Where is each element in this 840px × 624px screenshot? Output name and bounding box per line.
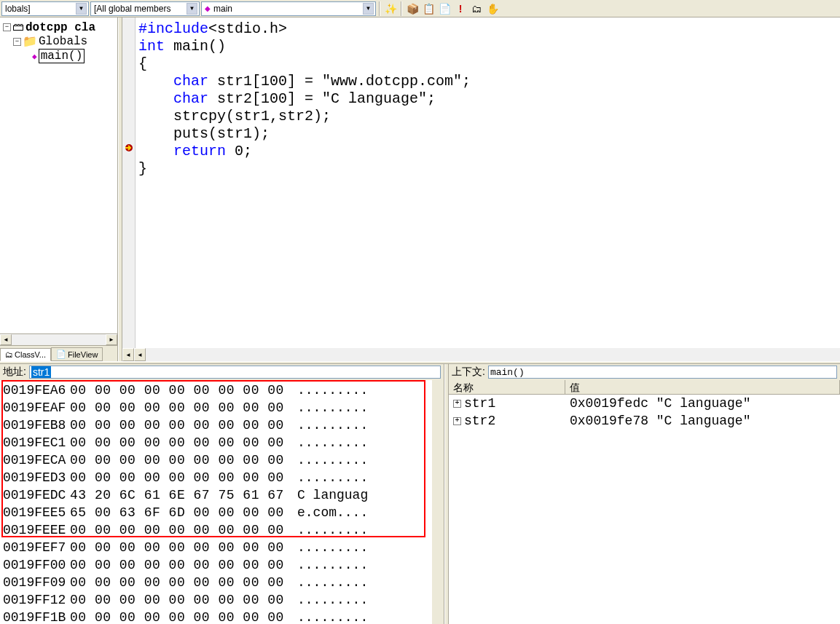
mem-addr: 0019FEC1 xyxy=(3,434,61,451)
memory-row[interactable]: 0019FF0000 00 00 00 00 00 00 00 00......… xyxy=(3,556,441,574)
mem-hex: 00 00 00 00 00 00 00 00 00 xyxy=(70,539,288,556)
mem-hex: 00 00 00 00 00 00 00 00 00 xyxy=(70,591,288,609)
memory-vscrollbar[interactable] xyxy=(432,380,444,624)
memory-row[interactable]: 0019FEE565 00 63 6F 6D 00 00 00 00e.com.… xyxy=(3,504,441,521)
scroll-track[interactable] xyxy=(146,348,840,361)
collapse-icon[interactable]: − xyxy=(13,38,21,46)
execution-pointer-icon xyxy=(124,143,134,153)
memory-row[interactable]: 0019FEDC43 20 6C 61 6E 67 75 61 67C lang… xyxy=(3,486,441,504)
tree-root[interactable]: − 🗃 dotcpp cla xyxy=(3,20,114,34)
watch-header: 名称 值 xyxy=(449,380,840,395)
wand-icon[interactable]: ✨ xyxy=(383,1,398,16)
memory-address-bar: 地址: str1 xyxy=(0,364,444,380)
scroll-right-icon[interactable]: ► xyxy=(106,334,117,345)
mem-ascii: ......... xyxy=(297,521,368,539)
memory-row[interactable]: 0019FF0900 00 00 00 00 00 00 00 00......… xyxy=(3,574,441,591)
memory-dump[interactable]: 0019FEA600 00 00 00 00 00 00 00 00......… xyxy=(0,380,444,624)
tree-root-label: dotcpp cla xyxy=(25,21,95,34)
watch-row[interactable]: +str10x0019fedc "C language" xyxy=(449,395,840,412)
mem-hex: 00 00 00 00 00 00 00 00 00 xyxy=(70,399,288,416)
address-input[interactable]: str1 xyxy=(29,366,441,379)
mem-hex: 00 00 00 00 00 00 00 00 00 xyxy=(70,469,288,486)
mem-hex: 43 20 6C 61 6E 67 75 61 67 xyxy=(70,486,288,504)
watch-grid: 名称 值 +str10x0019fedc "C language"+str20x… xyxy=(449,380,840,624)
address-value: str1 xyxy=(31,366,51,378)
members-dropdown[interactable]: [All global members ▼ xyxy=(90,1,200,16)
function-dropdown[interactable]: ◆ main ▼ xyxy=(201,1,376,16)
tree-main-label: main() xyxy=(39,49,85,63)
mem-addr: 0019FF1B xyxy=(3,609,61,624)
mem-hex: 00 00 00 00 00 00 00 00 00 xyxy=(70,574,288,591)
scroll-track[interactable] xyxy=(12,334,106,345)
scroll-left-icon[interactable]: ◄ xyxy=(122,348,134,361)
function-dropdown-value: ◆ main xyxy=(205,4,232,14)
mem-addr: 0019FEE5 xyxy=(3,504,61,521)
class-tree[interactable]: − 🗃 dotcpp cla − 📁 Globals ◆ main() xyxy=(0,17,117,333)
scroll-left-icon[interactable]: ◄ xyxy=(0,334,12,345)
memory-row[interactable]: 0019FEAF00 00 00 00 00 00 00 00 00......… xyxy=(3,399,441,416)
tree-globals-label: Globals xyxy=(39,35,87,48)
mem-ascii: ......... xyxy=(297,382,368,399)
dropdown-arrow-icon: ▼ xyxy=(76,3,87,15)
memory-row[interactable]: 0019FF1200 00 00 00 00 00 00 00 00......… xyxy=(3,591,441,609)
tool-icon-1[interactable]: 📦 xyxy=(405,1,420,16)
context-input[interactable] xyxy=(488,366,837,379)
mem-ascii: ......... xyxy=(297,591,368,609)
watch-var-name: +str2 xyxy=(449,414,565,428)
watch-row[interactable]: +str20x0019fe78 "C language" xyxy=(449,412,840,430)
mem-addr: 0019FEF7 xyxy=(3,539,61,556)
fileview-icon: 📄 xyxy=(56,349,66,359)
mem-addr: 0019FEA6 xyxy=(3,382,61,399)
diamond-icon: ◆ xyxy=(32,52,37,61)
header-value[interactable]: 值 xyxy=(565,380,840,394)
tool-icon-3[interactable]: 📄 xyxy=(437,1,452,16)
editor-hscrollbar[interactable]: ◄ ◄ xyxy=(122,348,840,361)
memory-row[interactable]: 0019FEA600 00 00 00 00 00 00 00 00......… xyxy=(3,382,441,399)
mem-ascii: e.com.... xyxy=(297,504,368,521)
expand-icon[interactable]: + xyxy=(453,417,461,425)
mem-addr: 0019FEDC xyxy=(3,486,61,504)
memory-row[interactable]: 0019FECA00 00 00 00 00 00 00 00 00......… xyxy=(3,451,441,469)
memory-row[interactable]: 0019FEEE00 00 00 00 00 00 00 00 00......… xyxy=(3,521,441,539)
expand-icon[interactable]: + xyxy=(453,400,461,408)
hand-icon[interactable]: ✋ xyxy=(485,1,500,16)
tab-fileview[interactable]: 📄 FileView xyxy=(51,347,103,361)
tool-icon-4[interactable]: 🗂 xyxy=(469,1,484,16)
code-content[interactable]: #include<stdio.h> int main() { char str1… xyxy=(122,17,840,178)
separator xyxy=(379,1,380,16)
address-label: 地址: xyxy=(3,366,26,379)
dropdown-arrow-icon: ▼ xyxy=(187,3,197,15)
mem-ascii: C languag xyxy=(297,486,368,504)
memory-row[interactable]: 0019FEC100 00 00 00 00 00 00 00 00......… xyxy=(3,434,441,451)
mem-addr: 0019FED3 xyxy=(3,469,61,486)
collapse-icon[interactable]: − xyxy=(3,23,11,31)
mem-hex: 00 00 00 00 00 00 00 00 00 xyxy=(70,556,288,574)
scope-dropdown[interactable]: lobals] ▼ xyxy=(1,1,89,16)
watch-var-value: 0x0019fe78 "C language" xyxy=(565,414,840,428)
code-editor[interactable]: #include<stdio.h> int main() { char str1… xyxy=(122,17,840,361)
tree-main[interactable]: ◆ main() xyxy=(32,49,114,63)
memory-row[interactable]: 0019FEF700 00 00 00 00 00 00 00 00......… xyxy=(3,539,441,556)
memory-row[interactable]: 0019FEB800 00 00 00 00 00 00 00 00......… xyxy=(3,416,441,434)
tab-classview[interactable]: 🗂 ClassV... xyxy=(0,348,51,361)
memory-row[interactable]: 0019FED300 00 00 00 00 00 00 00 00......… xyxy=(3,469,441,486)
tree-globals[interactable]: − 📁 Globals xyxy=(13,34,114,49)
header-name[interactable]: 名称 xyxy=(449,380,565,394)
exclamation-icon[interactable]: ! xyxy=(453,1,468,16)
mem-ascii: ......... xyxy=(297,451,368,469)
mem-addr: 0019FF09 xyxy=(3,574,61,591)
view-tabs: 🗂 ClassV... 📄 FileView xyxy=(0,345,117,361)
mem-ascii: ......... xyxy=(297,434,368,451)
class-view-pane: − 🗃 dotcpp cla − 📁 Globals ◆ main() ◄ ► … xyxy=(0,17,118,361)
tree-hscrollbar[interactable]: ◄ ► xyxy=(0,333,117,345)
editor-gutter xyxy=(122,17,136,348)
project-icon: 🗃 xyxy=(12,20,24,34)
classview-icon: 🗂 xyxy=(5,350,13,359)
tool-icon-2[interactable]: 📋 xyxy=(421,1,436,16)
memory-row[interactable]: 0019FF1B00 00 00 00 00 00 00 00 00......… xyxy=(3,609,441,624)
scroll-left-icon[interactable]: ◄ xyxy=(134,348,146,361)
mem-ascii: ......... xyxy=(297,399,368,416)
mem-ascii: ......... xyxy=(297,574,368,591)
mem-hex: 00 00 00 00 00 00 00 00 00 xyxy=(70,609,288,624)
mem-addr: 0019FECA xyxy=(3,451,61,469)
